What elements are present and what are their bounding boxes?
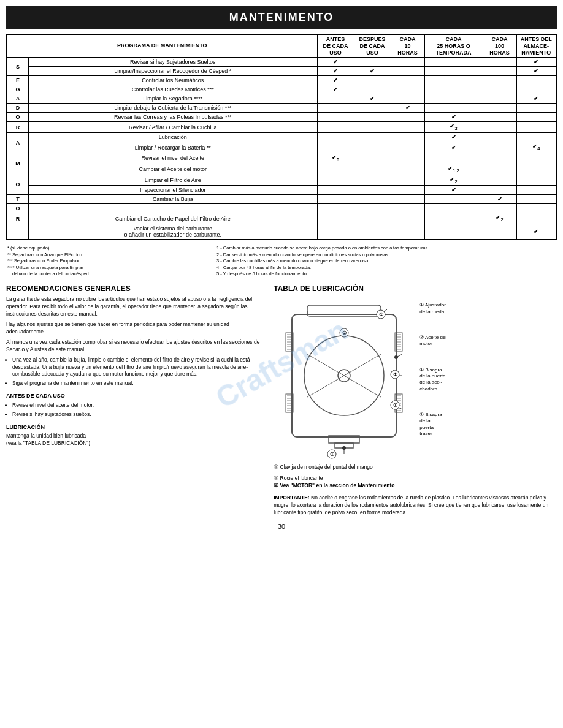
- table-row: T Cambiar la Bujia ✔: [7, 195, 556, 204]
- svg-text:①: ①: [330, 452, 334, 457]
- section-letter-d: D: [7, 104, 29, 113]
- section-letter-t: T: [7, 195, 29, 204]
- task-cell: Cambiar el Cartucho de Papel del Filtro …: [29, 213, 317, 224]
- check-cell: ✔: [354, 67, 391, 76]
- check-cell: [391, 76, 424, 85]
- check-cell: [483, 58, 516, 67]
- check-cell: [391, 142, 424, 153]
- footnote-right-1: 1 - Cambiar más a menudo cuando se opere…: [216, 245, 556, 252]
- col-cada100: CADA100HORAS: [483, 34, 516, 58]
- check-cell: ✔: [317, 58, 354, 67]
- task-cell: Cambiar el Aceite del motor: [29, 164, 317, 175]
- program-title: PROGRAMA DE MANTENIMIENTO: [7, 34, 317, 58]
- check-cell: [354, 175, 391, 186]
- section-letter-o1: O: [7, 113, 29, 122]
- check-cell: [516, 113, 556, 122]
- col-antes-cada: ANTESDE CADAUSO: [317, 34, 354, 58]
- check-cell: [317, 113, 354, 122]
- check-cell: [516, 122, 556, 133]
- check-cell: [317, 133, 354, 142]
- task-cell: Vaciar el sistema del carburanreo añadir…: [29, 224, 317, 240]
- check-cell: [483, 76, 516, 85]
- check-cell: [354, 204, 391, 213]
- lubricacion-section: TABLA DE LUBRICACIÓN: [274, 284, 557, 517]
- check-cell: [354, 104, 391, 113]
- table-row: G Controlar las Ruedas Motrices *** ✔: [7, 85, 556, 94]
- check-cell: [424, 76, 483, 85]
- check-cell: ✔: [516, 224, 556, 240]
- bullet-2: Siga el programa de mantenimiento en est…: [12, 380, 267, 387]
- importante-text: IMPORTANTE: No aceite o engrase los roda…: [274, 495, 557, 517]
- section-letter-a2: A: [7, 133, 29, 153]
- table-row: Vaciar el sistema del carburanreo añadir…: [7, 224, 556, 240]
- check-cell: ✔: [354, 94, 391, 104]
- lubricacion-table-title: TABLA DE LUBRICACIÓN: [274, 284, 557, 294]
- check-cell: [391, 94, 424, 104]
- section-letter-r1: R: [7, 122, 29, 133]
- maintenance-table: PROGRAMA DE MANTENIMIENTO ANTESDE CADAUS…: [6, 34, 557, 240]
- recomendaciones-bullets: Una vez al año, cambie la bujía, limpie …: [12, 357, 267, 388]
- check-cell: [424, 153, 483, 164]
- task-cell: Limpiar/Inspeccionar el Recogedor de Cés…: [29, 67, 317, 76]
- table-row: M Revisar el nivel del Aceite ✔5: [7, 153, 556, 164]
- lube-label-4: ① Bisagrade lapuertatraser: [419, 412, 446, 438]
- antes-bullet-1: Revise el nivel del aceite del motor.: [12, 402, 267, 409]
- check-cell: [516, 153, 556, 164]
- section-letter-r2: R: [7, 213, 29, 224]
- table-row: R Cambiar el Cartucho de Papel del Filtr…: [7, 213, 556, 224]
- table-row: Limpiar/Inspeccionar el Recogedor de Cés…: [7, 67, 556, 76]
- check-cell: [391, 175, 424, 186]
- check-cell: [483, 85, 516, 94]
- task-cell: Revisar el nivel del Aceite: [29, 153, 317, 164]
- bullet-1: Una vez al año, cambie la bujía, limpie …: [12, 357, 267, 379]
- task-cell: Inspeccionar el Silenciador: [29, 186, 317, 195]
- footnote-left-5: debajo de la cubierta del cortacésped: [12, 271, 215, 278]
- footnotes-section: * (si viene equipado) ** Segadoras con A…: [6, 244, 557, 279]
- antes-bullet-2: Revise si hay sujetadores sueltos.: [12, 411, 267, 419]
- task-cell: Cambiar la Bujia: [29, 195, 317, 204]
- check-cell: [483, 104, 516, 113]
- page-header: MANTENIMENTO: [6, 6, 557, 29]
- check-cell: [391, 164, 424, 175]
- check-cell: [391, 153, 424, 164]
- check-cell: [424, 204, 483, 213]
- check-cell: [317, 195, 354, 204]
- section-letter-m: M: [7, 153, 29, 175]
- check-cell: [516, 76, 556, 85]
- footnote-left-3: *** Segadoras con Poder Propulsor: [7, 258, 215, 265]
- table-row: S Revisar si hay Sujetadores Sueltos ✔ ✔: [7, 58, 556, 67]
- table-row: Inspeccionar el Silenciador ✔: [7, 186, 556, 195]
- section-letter-a1: A: [7, 94, 29, 104]
- check-cell: [354, 213, 391, 224]
- check-cell: [483, 204, 516, 213]
- check-cell: ✔5: [317, 153, 354, 164]
- check-cell: [391, 113, 424, 122]
- lubricacion-text: Mantenga la unidad bien lubricada(vea la…: [6, 433, 267, 447]
- col-cada10: CADA10HORAS: [391, 34, 424, 58]
- footnote-left-4: **** Utilizar una rasqueta para limpiar: [7, 265, 215, 271]
- check-cell: [317, 204, 354, 213]
- check-cell: [354, 164, 391, 175]
- lube-label-3: ① Bisagrade la puertade la acol-chadora: [419, 367, 446, 393]
- recomendaciones-section: RECOMENDACIONES GENERALES La garantía de…: [6, 284, 267, 517]
- check-cell: [317, 224, 354, 240]
- check-cell: [391, 67, 424, 76]
- task-cell: Revisar las Correas y las Poleas Impulsa…: [29, 113, 317, 122]
- check-cell: [391, 122, 424, 133]
- check-cell: [483, 153, 516, 164]
- check-cell: [391, 58, 424, 67]
- check-cell: [516, 195, 556, 204]
- check-cell: [516, 186, 556, 195]
- table-row: A Lubricación ✔: [7, 133, 556, 142]
- table-row: A Limpiar la Segadora **** ✔ ✔: [7, 94, 556, 104]
- check-cell: [391, 133, 424, 142]
- check-cell: [483, 122, 516, 133]
- check-cell: [391, 213, 424, 224]
- bottom-section: RECOMENDACIONES GENERALES La garantía de…: [6, 284, 557, 517]
- col-despues: DESPUESDE CADAUSO: [354, 34, 391, 58]
- footnote-left-1: * (si viene equipado): [7, 245, 215, 252]
- table-row: O Limpiar el Filtro de Aire ✔2: [7, 175, 556, 186]
- check-cell: [354, 224, 391, 240]
- table-row: Limpiar / Recargar la Bateria ** ✔ ✔4: [7, 142, 556, 153]
- footnote-right-4: 4 - Cargar por 48 horas al fin de la tem…: [216, 265, 556, 271]
